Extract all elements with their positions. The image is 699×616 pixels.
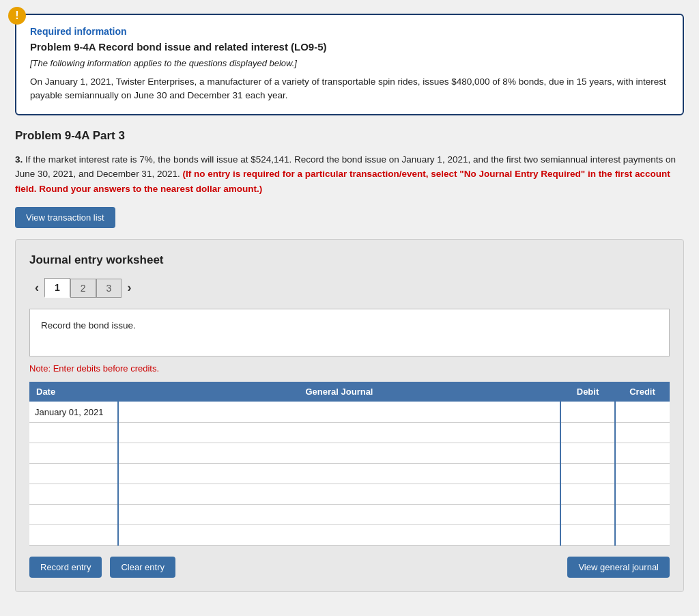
general-journal-cell[interactable]: [118, 422, 560, 443]
credit-cell[interactable]: [615, 463, 670, 484]
date-cell: [29, 422, 118, 443]
general-journal-cell[interactable]: [118, 402, 560, 422]
page-container: ! Required information Problem 9-4A Reco…: [15, 14, 684, 592]
general-journal-cell[interactable]: [118, 463, 560, 484]
general-journal-input[interactable]: [119, 525, 560, 545]
problem-number: 3.: [15, 154, 23, 165]
credit-cell[interactable]: [615, 443, 670, 463]
credit-cell[interactable]: [615, 422, 670, 443]
journal-table: Date General Journal Debit Credit Januar…: [29, 382, 670, 546]
col-gj: General Journal: [118, 382, 560, 402]
alert-title: Problem 9-4A Record bond issue and relat…: [30, 41, 669, 53]
general-journal-input[interactable]: [119, 402, 560, 422]
tab-2[interactable]: 2: [70, 279, 96, 298]
tab-navigation: ‹ 1 2 3 ›: [29, 278, 670, 298]
section-title: Problem 9-4A Part 3: [15, 129, 684, 143]
date-cell: [29, 463, 118, 484]
credit-input[interactable]: [616, 505, 670, 524]
credit-input[interactable]: [616, 443, 670, 463]
credit-input[interactable]: [616, 464, 670, 484]
table-row: [29, 443, 670, 463]
credit-input[interactable]: [616, 525, 670, 545]
problem-text: 3. If the market interest rate is 7%, th…: [15, 152, 684, 197]
debit-input[interactable]: [561, 484, 614, 504]
debit-input[interactable]: [561, 525, 614, 545]
alert-icon: !: [8, 7, 26, 25]
view-general-journal-button[interactable]: View general journal: [567, 557, 670, 578]
record-entry-button[interactable]: Record entry: [29, 557, 102, 578]
credit-cell[interactable]: [615, 402, 670, 422]
debit-cell[interactable]: [560, 484, 615, 504]
debit-input[interactable]: [561, 423, 614, 443]
debit-input[interactable]: [561, 402, 614, 422]
date-cell: January 01, 2021: [29, 402, 118, 422]
note-text: Note: Enter debits before credits.: [29, 363, 670, 374]
alert-subtitle: [The following information applies to th…: [30, 58, 669, 68]
table-row: January 01, 2021: [29, 402, 670, 422]
table-row: [29, 463, 670, 484]
clear-entry-button[interactable]: Clear entry: [110, 557, 175, 578]
debit-input[interactable]: [561, 443, 614, 463]
debit-cell[interactable]: [560, 504, 615, 524]
credit-input[interactable]: [616, 484, 670, 504]
general-journal-cell[interactable]: [118, 504, 560, 524]
date-cell: [29, 524, 118, 545]
debit-cell[interactable]: [560, 402, 615, 422]
table-row: [29, 422, 670, 443]
view-transaction-list-button[interactable]: View transaction list: [15, 207, 115, 228]
date-cell: [29, 504, 118, 524]
table-row: [29, 484, 670, 504]
worksheet-title: Journal entry worksheet: [29, 253, 670, 267]
debit-input[interactable]: [561, 464, 614, 484]
date-cell: [29, 443, 118, 463]
credit-input[interactable]: [616, 423, 670, 443]
required-label: Required information: [30, 26, 669, 37]
credit-input[interactable]: [616, 402, 670, 422]
tab-prev-button[interactable]: ‹: [29, 278, 44, 298]
description-text: Record the bond issue.: [41, 320, 136, 331]
tab-3[interactable]: 3: [96, 279, 122, 298]
general-journal-input[interactable]: [119, 443, 560, 463]
general-journal-input[interactable]: [119, 484, 560, 504]
col-debit: Debit: [560, 382, 615, 402]
credit-cell[interactable]: [615, 504, 670, 524]
tab-next-button[interactable]: ›: [122, 278, 137, 298]
debit-cell[interactable]: [560, 422, 615, 443]
table-row: [29, 524, 670, 545]
general-journal-input[interactable]: [119, 423, 560, 443]
general-journal-cell[interactable]: [118, 524, 560, 545]
worksheet-container: Journal entry worksheet ‹ 1 2 3 › Record…: [15, 239, 684, 592]
credit-cell[interactable]: [615, 484, 670, 504]
col-credit: Credit: [615, 382, 670, 402]
general-journal-input[interactable]: [119, 505, 560, 524]
description-box: Record the bond issue.: [29, 309, 670, 356]
debit-cell[interactable]: [560, 443, 615, 463]
general-journal-cell[interactable]: [118, 443, 560, 463]
general-journal-input[interactable]: [119, 464, 560, 484]
debit-cell[interactable]: [560, 463, 615, 484]
date-cell: [29, 484, 118, 504]
credit-cell[interactable]: [615, 524, 670, 545]
alert-body: On January 1, 2021, Twister Enterprises,…: [30, 75, 669, 103]
alert-box: ! Required information Problem 9-4A Reco…: [15, 14, 684, 115]
col-date: Date: [29, 382, 118, 402]
debit-input[interactable]: [561, 505, 614, 524]
general-journal-cell[interactable]: [118, 484, 560, 504]
table-row: [29, 504, 670, 524]
tab-1[interactable]: 1: [44, 278, 70, 298]
bottom-buttons: Record entry Clear entry View general jo…: [29, 557, 670, 578]
debit-cell[interactable]: [560, 524, 615, 545]
